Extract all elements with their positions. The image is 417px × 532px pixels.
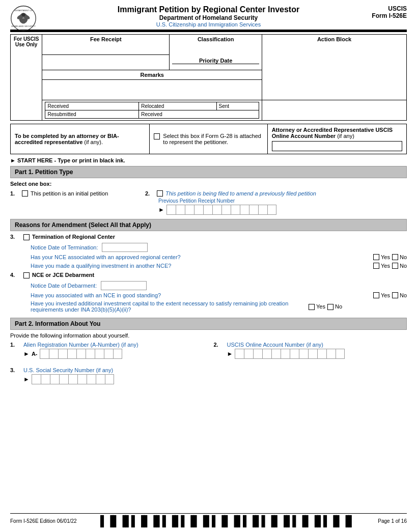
attorney-checkbox-cell: Select this box if Form G-28 is attached… [150,124,267,154]
ssn-box-6[interactable] [77,374,87,384]
ssn-box-4[interactable] [59,374,68,384]
classification-cell: Classification Priority Date [170,35,262,70]
notice-termination-label: Notice Date of Termination: [31,244,98,250]
page: DEPARTMENT OF HOMELAND SECURITY Immigran… [0,0,417,532]
nce-q1-no-checkbox[interactable] [392,254,398,260]
a-box-4[interactable] [67,349,76,359]
prev-box-4[interactable] [194,205,203,215]
prev-box-1[interactable] [166,205,176,215]
a-box-3[interactable] [58,349,67,359]
prev-box-11[interactable] [258,205,267,215]
for-uscis-label: For USCIS Use Only [14,36,39,47]
prev-box-12[interactable] [267,205,276,215]
prev-box-3[interactable] [185,205,194,215]
prev-box-5[interactable] [203,205,212,215]
debarment-q2-yes-checkbox[interactable] [309,304,315,310]
part2-header: Part 2. Information About You [10,318,407,330]
notice-debarment-input[interactable] [101,281,147,290]
ssn-box-3[interactable] [50,374,59,384]
a-box-6[interactable] [86,349,95,359]
prev-petition-input[interactable] [166,205,276,215]
ssn-box-1[interactable] [32,374,41,384]
debarment-q1-no: No [392,292,407,298]
debarment-q2-no-checkbox[interactable] [327,304,333,310]
alien-reg-row: 1. Alien Registration Number (A-Number) … [10,342,204,359]
item3-checkbox[interactable] [23,234,30,240]
ssn-box-2[interactable] [41,374,50,384]
a-box-1[interactable] [40,349,49,359]
g28-checkbox[interactable] [154,133,160,139]
uscis-label: USCIS [372,5,407,12]
item4-label: NCE or JCE Debarment [32,272,94,278]
page-footer: Form I-526E Edition 06/01/22 ▌▐▌▐▌▌▐▌▐▌▌… [10,513,407,527]
option1-num: 1. [10,190,19,197]
online-box-1[interactable] [235,349,244,359]
petition-options-row: 1. This petition is an initial petition … [10,190,407,215]
received-table: Received Relocated Sent Resubmitted Rece… [45,102,259,119]
bottom-row: Received Relocated Sent Resubmitted Rece… [42,100,262,121]
online-box-5[interactable] [271,349,281,359]
nce-q1-yes-checkbox[interactable] [373,254,379,260]
online-acct-row: 2. USCIS Online Account Number (if any) … [214,342,407,359]
nce-q2-label: Have you made a qualifying investment in… [31,263,370,269]
debarment-q1-yes-checkbox[interactable] [373,292,379,298]
prev-box-9[interactable] [240,205,249,215]
nce-q1-label: Has your NCE associated with an approved… [31,254,370,260]
remarks-cell: Remarks [42,70,262,80]
ssn-box-9[interactable] [105,374,114,384]
online-box-2[interactable] [244,349,253,359]
a-box-9[interactable] [113,349,122,359]
nce-q2-no: No [392,262,407,269]
nce-q2-row: Have you made a qualifying investment in… [31,262,407,269]
svg-text:HOMELAND SECURITY: HOMELAND SECURITY [11,25,36,27]
online-box-11[interactable] [326,349,336,359]
svg-point-6 [22,13,25,17]
ssn-input[interactable] [32,374,114,384]
option1-checkbox[interactable] [22,190,28,197]
a-box-5[interactable] [76,349,86,359]
nce-q2-yes-checkbox[interactable] [373,263,379,269]
online-box-4[interactable] [262,349,271,359]
prev-box-7[interactable] [221,205,231,215]
dept-name: Department of Homeland Security [118,14,299,21]
a-box-8[interactable] [104,349,113,359]
online-acct-input[interactable] [235,349,345,359]
prev-box-6[interactable] [212,205,221,215]
footer-left-text: Form I-526E Edition 06/01/22 [10,518,77,524]
option2-checkbox[interactable] [157,190,163,197]
received2-label: Received [139,110,259,119]
info-num3: 3. [10,367,19,373]
ssn-box-7[interactable] [87,374,96,384]
online-box-3[interactable] [253,349,262,359]
online-box-6[interactable] [281,349,290,359]
a-box-7[interactable] [95,349,104,359]
prev-box-2[interactable] [176,205,185,215]
nce-q1-no: No [392,254,407,260]
online-box-7[interactable] [290,349,299,359]
online-box-9[interactable] [308,349,317,359]
nce-q2-no-checkbox[interactable] [392,263,398,269]
online-box-12[interactable] [336,349,345,359]
prev-box-10[interactable] [249,205,258,215]
action-block-label: Action Block [265,36,404,42]
a-box-2[interactable] [49,349,58,359]
attorney-account-input[interactable] [272,141,402,151]
yes-label2: Yes [381,263,390,269]
online-box-8[interactable] [299,349,308,359]
for-uscis-cell: For USCIS Use Only [11,35,42,121]
a-number-input[interactable] [40,349,122,359]
notice-termination-input[interactable] [102,243,148,252]
ssn-box-8[interactable] [96,374,105,384]
item4-checkbox[interactable] [23,272,30,278]
fee-receipt-header-cell: Fee Receipt [42,35,170,55]
select-one-label: Select one box: [10,181,407,187]
provide-text: Provide the following information about … [10,332,407,339]
header-center: Immigrant Petition by Regional Center In… [118,5,299,27]
ssn-box-5[interactable] [68,374,77,384]
fee-receipt-label: Fee Receipt [45,36,166,42]
attorney-label-cell: To be completed by an attorney or BIA-ac… [11,124,150,154]
prev-box-8[interactable] [231,205,240,215]
online-box-10[interactable] [317,349,326,359]
debarment-q1-label: Have you associated with an NCE in good … [31,292,370,298]
debarment-q1-no-checkbox[interactable] [392,292,398,298]
